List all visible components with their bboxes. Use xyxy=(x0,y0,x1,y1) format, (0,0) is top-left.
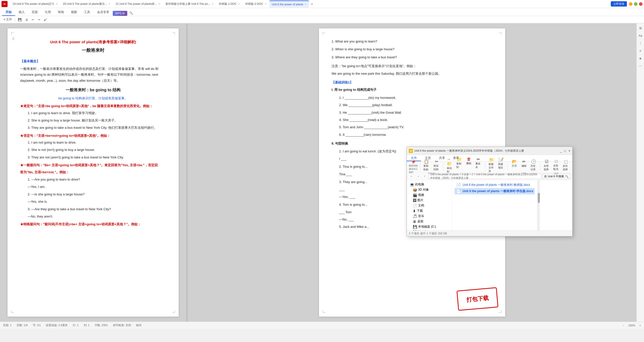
fe-delete-btn[interactable]: 🗑删除 xyxy=(464,156,473,174)
fe-title-text: Unit 6 the power of plants 一般将来时讲义2024-2… xyxy=(414,149,558,153)
tab-4[interactable]: 新外研版七年级上册 Unit 6 The po... × xyxy=(163,1,216,8)
fe-up-btn[interactable]: ↑ xyxy=(422,174,427,179)
fe-open-btn[interactable]: 📂打开 xyxy=(510,159,519,172)
ribbon-tab-tools[interactable]: 工具 xyxy=(80,9,94,16)
fe-toolbar: 📌 固定到快速访问工具栏 📋复制粘贴 ✂剪切结构 剪贴板 →📁移动到 xyxy=(407,161,572,173)
fe-search-box[interactable]: 在 Unit 6 中搜索 🔍 xyxy=(542,174,570,179)
rs-btn-4[interactable]: ≡ xyxy=(638,48,643,54)
right-line-2: 2. When is she going to buy a large hous… xyxy=(332,46,493,52)
file-menu[interactable]: ≡ 文件 xyxy=(3,17,13,22)
save-btn[interactable]: 💾 xyxy=(17,18,23,22)
fe-pin-btn[interactable]: 📌 固定到快速访问工具栏 xyxy=(409,160,418,174)
fe-tree-downloads[interactable]: ⬇ 下载 xyxy=(409,208,450,213)
close-tab-5[interactable]: × xyxy=(238,3,240,5)
print-btn[interactable]: 🖨 xyxy=(24,18,29,22)
login-button[interactable]: 立即登录 xyxy=(611,1,627,7)
fe-file-2[interactable]: 📄 Unit 6 the power of plants 一般将来时-学生版.d… xyxy=(455,188,535,194)
close-tab-3[interactable]: × xyxy=(159,3,160,5)
fe-file-1[interactable]: 📄 Unit 6 the power of plants 一般将来时-教师版.d… xyxy=(455,182,535,188)
fe-maximize[interactable]: □ xyxy=(564,149,566,153)
example-2-3: 3. They are not (aren't) going to take a… xyxy=(28,154,166,160)
fe-tree-pc[interactable]: 💻 此电脑 xyxy=(409,182,450,187)
status-spelling: 拼写检查: 关闭 xyxy=(113,323,131,327)
fe-forward-btn[interactable]: → xyxy=(415,174,421,179)
fe-invert-btn[interactable]: ⬚反向选择 xyxy=(561,159,570,172)
fe-close[interactable]: × xyxy=(569,149,570,153)
close-button[interactable] xyxy=(639,2,642,6)
fe-address-bar[interactable]: Unit 6 the power of plants > 3-试卷 > 2 > … xyxy=(428,174,541,179)
redo-btn[interactable]: ↪ xyxy=(37,18,41,22)
example-3-4: —Yes, she is. xyxy=(28,199,166,204)
ribbon-tab-home[interactable]: 开始 xyxy=(2,9,15,16)
ex1-4: 4. She __________(read) a book. xyxy=(339,117,493,123)
fe-cut-btn[interactable]: ✂剪切结构 xyxy=(432,159,441,172)
rs-btn-2[interactable]: Aa xyxy=(638,33,643,38)
rs-btn-3[interactable]: ⋮ xyxy=(638,40,643,46)
status-line: 行: 1 xyxy=(73,323,78,327)
ribbon-tab-view[interactable]: 视图 xyxy=(67,9,80,16)
fe-copy-btn[interactable]: 📁复制到 xyxy=(455,156,464,174)
close-tab-6[interactable]: × xyxy=(265,3,266,5)
wps-ai-button[interactable]: WPS AI xyxy=(113,11,127,16)
fe-tree-video-label: 视频 xyxy=(418,193,424,197)
add-tab-button[interactable]: + xyxy=(309,2,314,7)
rs-btn-more[interactable]: ⋯ xyxy=(638,63,643,69)
minimize-button[interactable] xyxy=(629,2,632,6)
tab-6[interactable]: 外研版-2.DOC × xyxy=(243,1,269,8)
ribbon-tab-review[interactable]: 审阅 xyxy=(54,9,67,16)
fe-tree-pics[interactable]: 🖼 图片 xyxy=(409,198,450,203)
format-painter[interactable]: 🖌 xyxy=(43,18,48,22)
fe-tree-music[interactable]: 🎵 音乐 xyxy=(409,213,450,219)
tab-3[interactable]: 21.Unit 6 The power of plants讲... × xyxy=(113,1,163,8)
fe-scroll-thumb[interactable] xyxy=(538,193,540,203)
ex1-1: 1. I _____________(do) my homework. xyxy=(339,95,493,101)
close-tab-1[interactable]: × xyxy=(56,3,58,5)
ribbon-tab-ref[interactable]: 引用 xyxy=(41,9,54,16)
status-words: 字数: 2001 xyxy=(95,323,108,327)
status-page: 页面: 1 xyxy=(3,323,12,327)
tab-5[interactable]: 外研版-1.DOC × xyxy=(216,1,242,8)
fe-new-folder-btn[interactable]: 📁新建文件夹 xyxy=(487,157,496,174)
close-tab-4[interactable]: × xyxy=(212,3,213,5)
ribbon-tab-page[interactable]: 页面 xyxy=(28,9,41,16)
fe-scrollbar[interactable] xyxy=(537,180,540,231)
star3: ★一般疑问句："Be+ 主语+going to+动词原形+其他？"。肯定回答为"… xyxy=(20,162,166,168)
fe-history-btn[interactable]: 🕒历史记录 xyxy=(529,159,538,172)
close-tab-7[interactable]: × xyxy=(305,3,306,6)
maximize-button[interactable] xyxy=(634,2,637,6)
fe-tree-video[interactable]: 🎬 视频 xyxy=(409,192,450,198)
fe-new-item-btn[interactable]: 📝新建项目 xyxy=(497,157,506,174)
ribbon-tab-insert[interactable]: 插入 xyxy=(15,9,28,16)
fe-minimize[interactable]: _ xyxy=(560,149,562,153)
fe-back-btn[interactable]: ← xyxy=(409,174,414,179)
fe-tree-docs[interactable]: 📄 文档 xyxy=(409,203,450,208)
docs-icon: 📄 xyxy=(413,204,417,208)
rs-btn-5[interactable]: ◈ xyxy=(638,56,643,61)
fe-tree-d[interactable]: 💾 工作室 (D:) xyxy=(409,229,450,231)
tab-1[interactable]: 19.Unit 6 The power of plants迁习 × xyxy=(10,1,60,8)
tab-7-active[interactable]: Unit 6 the power of plants × xyxy=(269,1,309,8)
fe-rename-btn[interactable]: ✏重命名 xyxy=(474,156,483,174)
close-tab-2[interactable]: × xyxy=(109,3,110,5)
ribbon-tab-vip[interactable]: 会员专享 xyxy=(94,9,113,16)
fe-deselect-btn[interactable]: □全部取消 xyxy=(552,159,561,172)
exercise1-items: 1. I _____________(do) my homework. 2. W… xyxy=(332,95,493,138)
doc-title-red: Unit 6 The power of plants(有参考答案+详细解析) xyxy=(20,38,166,45)
section-header-1: 【基本概念】 xyxy=(20,58,166,64)
fe-move-btn[interactable]: →📁移动到 xyxy=(445,156,454,174)
wps-logo: W xyxy=(2,1,8,7)
fe-edit-btn[interactable]: ✏编辑 xyxy=(519,159,529,172)
fe-tree-c[interactable]: 💾 本地磁盘 (C:) xyxy=(409,224,450,229)
tab-2[interactable]: 20.Unit 6 The power of plants展示... × xyxy=(60,1,113,8)
ex1-2: 2. We _____________(play) football. xyxy=(339,102,493,108)
rs-btn-1[interactable]: ⊞ xyxy=(638,25,643,31)
fe-tree-desktop[interactable]: 🖥 桌面 xyxy=(409,219,450,224)
zoom-in-btn[interactable]: + xyxy=(639,324,641,327)
zoom-out-btn[interactable]: − xyxy=(623,324,624,327)
fe-tree-3d[interactable]: 📦 3D 对象 xyxy=(409,187,450,192)
fe-copy-path-btn[interactable]: 📋复制粘贴 xyxy=(422,159,431,172)
undo-btn[interactable]: ↩ xyxy=(31,18,35,22)
fe-select-all-btn[interactable]: ☑全部选择 xyxy=(542,159,551,172)
ribbon-search[interactable]: 🔍 xyxy=(127,10,135,16)
examples-1: 1. I am going to learn to drive. 我打算学习驾驶… xyxy=(20,110,166,131)
